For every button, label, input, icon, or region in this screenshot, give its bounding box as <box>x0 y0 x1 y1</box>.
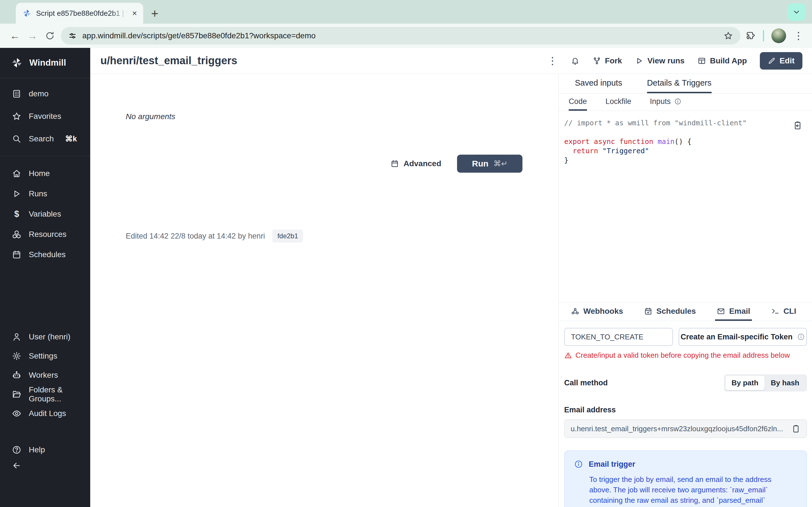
script-main: No arguments Advanced Run ⌘↵ Edited 14:4… <box>90 74 558 507</box>
reload-button[interactable] <box>41 27 59 45</box>
windmill-logo-icon <box>11 57 23 69</box>
user-icon <box>12 332 21 342</box>
tab-webhooks[interactable]: Webhooks <box>569 303 625 321</box>
sidebar-item-settings[interactable]: Settings <box>0 346 90 365</box>
subtab-code-label: Code <box>569 97 587 106</box>
sidebar-item-user[interactable]: User (henri) <box>0 327 90 346</box>
sidebar-item-search[interactable]: Search ⌘k <box>0 128 90 150</box>
dollar-icon: $ <box>12 209 21 219</box>
fork-icon <box>593 57 601 65</box>
subtab-lockfile-label: Lockfile <box>606 97 631 106</box>
details-panel: Saved inputs Details & Triggers Code Loc… <box>558 74 812 507</box>
windmill-logo[interactable]: Windmill <box>0 48 90 78</box>
sidebar-item-label: Folders & Groups... <box>29 385 90 403</box>
windmill-app: Windmill demo Favorites Search <box>0 48 812 507</box>
sidebar-item-audit-logs[interactable]: Audit Logs <box>0 404 90 423</box>
sidebar-item-label: demo <box>29 89 49 98</box>
arrow-left-icon <box>12 461 21 470</box>
version-hash-badge[interactable]: fde2b1 <box>272 230 303 242</box>
layout-icon <box>698 57 706 65</box>
run-label: Run <box>472 159 488 168</box>
new-tab-button[interactable]: + <box>151 7 158 20</box>
edit-label: Edit <box>779 56 795 65</box>
url-bar[interactable]: app.windmill.dev/scripts/get/e857be88e0f… <box>61 27 741 45</box>
info-box-header: Email trigger <box>574 460 797 469</box>
notifications-bell-icon[interactable] <box>571 56 580 65</box>
calendar-check-icon <box>644 307 652 316</box>
sidebar-item-workers[interactable]: Workers <box>0 365 90 385</box>
site-settings-icon[interactable] <box>68 32 77 40</box>
calendar-icon <box>12 250 21 260</box>
call-method-toggle: By path By hash <box>724 374 807 392</box>
sidebar-item-label: Home <box>29 169 50 178</box>
search-icon <box>12 134 21 144</box>
fork-button[interactable]: Fork <box>593 56 622 65</box>
tab-cli-label: CLI <box>783 307 796 316</box>
sidebar-collapse-button[interactable] <box>0 461 90 470</box>
browser-menu-icon[interactable]: ⋮ <box>794 30 804 42</box>
advanced-button[interactable]: Advanced <box>391 159 441 168</box>
sidebar-item-label: Settings <box>29 351 57 360</box>
info-icon <box>674 98 681 105</box>
browser-chrome: Script e857be88e0fde2b1 | W × + ← → app.… <box>0 0 812 48</box>
tab-saved-inputs[interactable]: Saved inputs <box>575 74 622 93</box>
build-app-button[interactable]: Build App <box>698 56 747 65</box>
home-icon <box>12 169 21 178</box>
create-token-button[interactable]: Create an Email-specific Token <box>679 328 807 346</box>
back-button[interactable]: ← <box>6 27 24 45</box>
tab-email[interactable]: Email <box>715 303 752 321</box>
sidebar-item-home[interactable]: Home <box>0 163 90 184</box>
edit-button[interactable]: Edit <box>760 52 802 69</box>
run-button[interactable]: Run ⌘↵ <box>457 155 522 173</box>
sidebar-item-label: Audit Logs <box>29 409 66 418</box>
subtab-inputs[interactable]: Inputs <box>650 94 681 111</box>
trigger-tabs: Webhooks Schedules Email CLI <box>559 302 812 321</box>
panel-subtabs: Code Lockfile Inputs <box>559 94 812 111</box>
profile-avatar[interactable] <box>771 29 786 43</box>
sidebar-item-help[interactable]: Help <box>0 445 90 455</box>
browser-toolbar: ← → app.windmill.dev/scripts/get/e857be8… <box>0 24 812 48</box>
sidebar-item-runs[interactable]: Runs <box>0 184 90 204</box>
sidebar-item-workspace[interactable]: demo <box>0 82 90 105</box>
sidebar-item-schedules[interactable]: Schedules <box>0 244 90 265</box>
sidebar-item-favorites[interactable]: Favorites <box>0 105 90 128</box>
view-runs-label: View runs <box>647 56 684 65</box>
forward-button[interactable]: → <box>24 27 41 45</box>
call-method-row: Call method By path By hash <box>564 374 807 392</box>
copy-code-icon[interactable] <box>793 121 802 130</box>
tab-search-chevron-icon[interactable] <box>787 3 806 21</box>
code-viewer[interactable]: // import * as wmill from "windmill-clie… <box>559 111 812 302</box>
token-input[interactable] <box>564 328 673 346</box>
more-options-icon[interactable]: ⋮ <box>548 55 558 67</box>
gear-icon <box>12 351 21 361</box>
bookmark-star-icon[interactable] <box>723 31 733 41</box>
panel-tabs: Saved inputs Details & Triggers <box>559 74 812 94</box>
extensions-icon[interactable] <box>746 31 756 41</box>
code-lines: // import * as wmill from "windmill-clie… <box>564 118 806 165</box>
sidebar-item-resources[interactable]: Resources <box>0 224 90 244</box>
url-text: app.windmill.dev/scripts/get/e857be88e0f… <box>82 31 718 40</box>
sidebar-item-folders[interactable]: Folders & Groups... <box>0 385 90 404</box>
view-runs-button[interactable]: View runs <box>635 56 684 65</box>
robot-icon <box>12 371 21 380</box>
tab-schedules-label: Schedules <box>656 307 696 316</box>
sidebar-item-variables[interactable]: $ Variables <box>0 204 90 224</box>
page-title: u/henri/test_email_triggers <box>100 55 238 67</box>
email-address-field[interactable]: u.henri.test_email_triggers+mrsw23zlouxg… <box>564 419 807 438</box>
subtab-code[interactable]: Code <box>569 94 587 111</box>
tab-cli[interactable]: CLI <box>769 303 798 321</box>
subtab-lockfile[interactable]: Lockfile <box>606 94 631 111</box>
star-icon <box>12 112 21 121</box>
email-address-label: Email address <box>564 406 807 414</box>
copy-icon[interactable] <box>792 424 801 433</box>
token-warning: Create/input a valid token before copyin… <box>564 351 807 360</box>
tab-close-icon[interactable]: × <box>132 9 137 17</box>
edited-row: Edited 14:42 22/8 today at 14:42 by henr… <box>126 230 303 242</box>
by-hash-option[interactable]: By hash <box>765 376 806 390</box>
by-path-option[interactable]: By path <box>725 376 765 390</box>
tab-schedules[interactable]: Schedules <box>642 303 698 321</box>
tab-details-triggers[interactable]: Details & Triggers <box>647 74 712 93</box>
info-box-body: To trigger the job by email, send an ema… <box>589 474 786 507</box>
header-actions: ⋮ Fork View runs Bui <box>548 52 803 69</box>
browser-tab[interactable]: Script e857be88e0fde2b1 | W × <box>16 3 143 24</box>
